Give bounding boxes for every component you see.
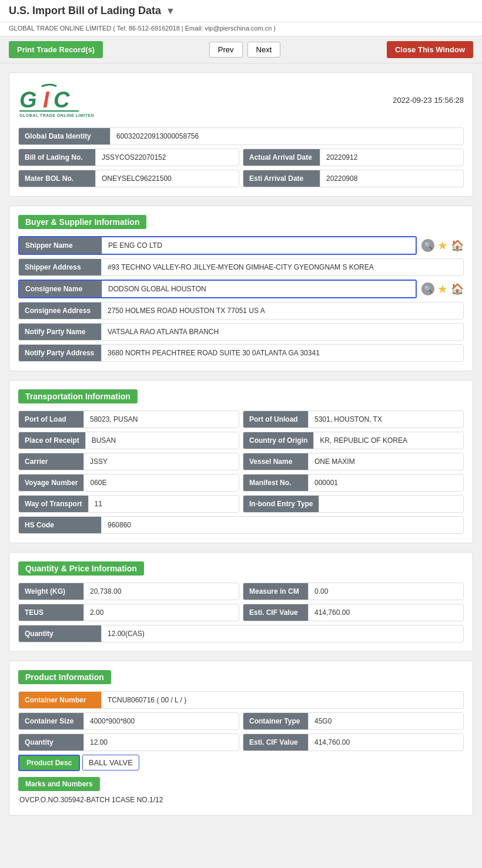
transportation-section: Transportation Information Port of Load …: [9, 380, 473, 543]
next-button[interactable]: Next: [247, 42, 281, 58]
global-data-identity-value: 600320220913000058756: [110, 128, 463, 144]
esti-arrival-row: Esti Arrival Date 20220908: [243, 170, 464, 187]
manifest-no-row: Manifest No. 000001: [243, 474, 464, 492]
shipper-address-label: Shipper Address: [19, 259, 101, 275]
voyage-number-value: 060E: [83, 475, 239, 491]
weight-row: Weight (KG) 20,738.00: [18, 583, 239, 600]
carrier-row: Carrier JSSY: [18, 453, 239, 470]
notify-party-name-row: Notify Party Name VATSALA RAO ATLANTA BR…: [18, 323, 464, 341]
header-datetime: 2022-09-23 15:56:28: [393, 96, 464, 105]
qp-esti-cif-value: 414,760.00: [308, 604, 463, 621]
transportation-title: Transportation Information: [18, 389, 138, 403]
page-title: U.S. Import Bill of Lading Data: [9, 5, 161, 17]
carrier-value: JSSY: [83, 453, 239, 470]
measure-value: 0.00: [308, 583, 463, 600]
vessel-name-label: Vessel Name: [243, 453, 308, 470]
product-esti-cif-row: Esti. CIF Value 414,760.00: [243, 734, 464, 751]
port-of-unload-label: Port of Unload: [243, 411, 308, 428]
shipper-name-value: PE ENG CO LTD: [102, 237, 416, 254]
svg-text:C: C: [53, 88, 70, 112]
product-desc-value: BALL VALVE: [82, 755, 139, 771]
esti-arrival-value: 20220908: [320, 170, 463, 187]
port-of-load-label: Port of Load: [19, 411, 83, 428]
hs-code-row: HS Code 960860: [18, 516, 464, 534]
notify-party-address-row: Notify Party Address 3680 NORTH PEACHTRE…: [18, 344, 464, 362]
bol-no-row: Bill of Lading No. JSSYCOS22070152: [18, 149, 239, 166]
master-bol-value: ONEYSELC96221500: [95, 170, 239, 187]
header-card: G I C GLOBAL TRADE ONLINE LIMITED 2022-0…: [9, 72, 473, 197]
inbond-entry-label: In-bond Entry Type: [243, 496, 319, 512]
top-bar: U.S. Import Bill of Lading Data ▼ GLOBAL…: [0, 0, 482, 36]
shipper-search-icon[interactable]: 🔍: [421, 239, 434, 252]
inbond-entry-value: [319, 496, 463, 512]
global-data-identity-row: Global Data Identity 6003202209130000587…: [18, 127, 464, 145]
voyage-number-label: Voyage Number: [19, 475, 83, 491]
hs-code-label: HS Code: [19, 517, 101, 533]
shipper-name-label: Shipper Name: [19, 237, 102, 254]
bol-no-label: Bill of Lading No.: [19, 149, 95, 166]
container-type-value: 45G0: [308, 713, 463, 729]
master-bol-row: Mater BOL No. ONEYSELC96221500: [18, 170, 239, 187]
notify-party-name-value: VATSALA RAO ATLANTA BRANCH: [101, 324, 463, 340]
container-type-row: Container Type 45G0: [243, 712, 464, 730]
print-button[interactable]: Print Trade Record(s): [9, 41, 103, 58]
teus-label: TEUS: [19, 604, 83, 621]
consignee-star-icon[interactable]: ★: [437, 283, 448, 295]
way-of-transport-value: 11: [88, 496, 239, 512]
consignee-icon-group: 🔍 ★ 🏠: [421, 282, 464, 295]
actual-arrival-label: Actual Arrival Date: [243, 149, 320, 166]
qp-quantity-value: 12.00(CAS): [101, 625, 463, 642]
container-number-label: Container Number: [19, 692, 101, 708]
shipper-star-icon[interactable]: ★: [437, 240, 448, 251]
shipper-address-row: Shipper Address #93 TECHNO VALLEY-RO JIL…: [18, 258, 464, 276]
product-quantity-label: Quantity: [19, 734, 83, 751]
qp-esti-cif-row: Esti. CIF Value 414,760.00: [243, 604, 464, 621]
prev-button[interactable]: Prev: [209, 42, 243, 58]
esti-arrival-label: Esti Arrival Date: [243, 170, 320, 187]
marks-numbers-value: OVCP.O.NO.305942-BATCH 1CASE NO.1/12: [18, 793, 464, 806]
svg-text:I: I: [43, 88, 50, 112]
container-number-value: TCNU8060716 ( 00 / L / ): [101, 692, 463, 708]
marks-numbers-label: Marks and Numbers: [18, 777, 100, 791]
carrier-label: Carrier: [19, 453, 83, 470]
place-of-receipt-label: Place of Receipt: [19, 432, 85, 449]
actual-arrival-row: Actual Arrival Date 20220912: [243, 149, 464, 166]
buyer-supplier-title: Buyer & Supplier Information: [18, 215, 146, 229]
teus-value: 2.00: [83, 604, 239, 621]
shipper-home-icon[interactable]: 🏠: [451, 240, 464, 251]
place-of-receipt-row: Place of Receipt BUSAN: [18, 432, 239, 449]
container-size-row: Container Size 4000*900*800: [18, 712, 239, 730]
quantity-price-section: Quantity & Price Information Weight (KG)…: [9, 552, 473, 652]
place-of-receipt-value: BUSAN: [85, 432, 239, 449]
global-data-identity-label: Global Data Identity: [19, 128, 110, 144]
consignee-name-row: Consignee Name DODSON GLOBAL HOUSTON: [18, 280, 417, 298]
consignee-home-icon[interactable]: 🏠: [451, 284, 464, 294]
consignee-name-label: Consignee Name: [19, 281, 102, 297]
consignee-search-icon[interactable]: 🔍: [421, 282, 434, 295]
port-of-load-row: Port of Load 58023, PUSAN: [18, 411, 239, 428]
logo-area: G I C GLOBAL TRADE ONLINE LIMITED: [18, 82, 95, 119]
title-arrow: ▼: [166, 6, 175, 16]
consignee-address-label: Consignee Address: [19, 302, 101, 319]
svg-text:GLOBAL TRADE ONLINE LIMITED: GLOBAL TRADE ONLINE LIMITED: [19, 113, 94, 117]
way-of-transport-row: Way of Transport 11: [18, 495, 239, 513]
product-esti-cif-value: 414,760.00: [308, 734, 463, 751]
weight-label: Weight (KG): [19, 583, 83, 600]
vessel-name-row: Vessel Name ONE MAXIM: [243, 453, 464, 470]
container-size-value: 4000*900*800: [83, 713, 239, 729]
quantity-price-title: Quantity & Price Information: [18, 561, 144, 576]
product-section: Product Information Container Number TCN…: [9, 661, 473, 816]
manifest-no-value: 000001: [308, 475, 463, 491]
close-button[interactable]: Close This Window: [387, 41, 473, 58]
hs-code-value: 960860: [101, 517, 463, 533]
product-title: Product Information: [18, 670, 111, 684]
weight-value: 20,738.00: [83, 583, 239, 600]
consignee-address-value: 2750 HOLMES ROAD HOUSTON TX 77051 US A: [101, 302, 463, 319]
shipper-name-row: Shipper Name PE ENG CO LTD: [18, 236, 417, 255]
notify-party-name-label: Notify Party Name: [19, 324, 101, 340]
consignee-address-row: Consignee Address 2750 HOLMES ROAD HOUST…: [18, 302, 464, 319]
container-size-label: Container Size: [19, 713, 83, 729]
country-of-origin-label: Country of Origin: [243, 432, 313, 449]
qp-quantity-label: Quantity: [19, 625, 101, 642]
consignee-name-value: DODSON GLOBAL HOUSTON: [102, 281, 416, 297]
